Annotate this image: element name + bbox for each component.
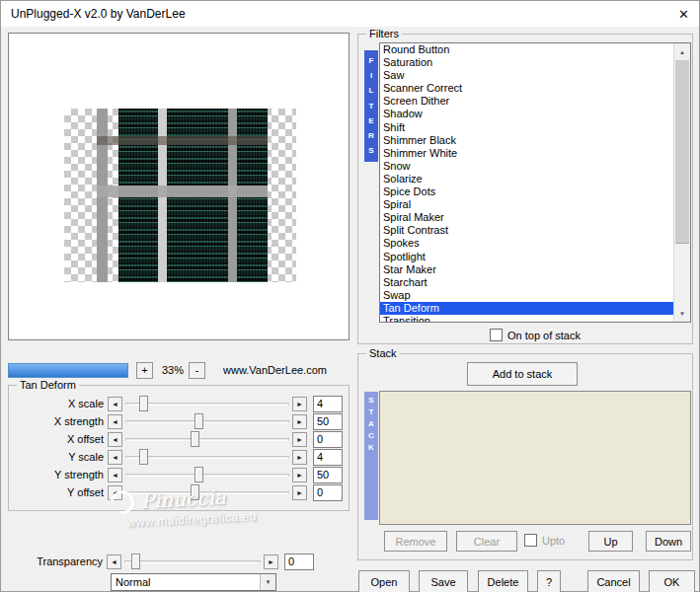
y-offset-value-input[interactable]	[313, 484, 343, 501]
help-button[interactable]: ?	[537, 570, 561, 592]
y-offset-slider[interactable]	[124, 484, 290, 500]
scroll-down-icon[interactable]: ▼	[674, 305, 690, 322]
y-offset-increment-button[interactable]: ►	[292, 485, 307, 500]
transparency-increment-button[interactable]: ►	[264, 555, 278, 569]
filter-item[interactable]: Transition	[380, 315, 673, 323]
param-label: X offset	[13, 433, 104, 445]
cancel-button[interactable]: Cancel	[587, 570, 640, 592]
filter-item[interactable]: Solarize	[380, 173, 673, 185]
param-row-x-strength: X strength◄►	[9, 412, 349, 430]
down-button[interactable]: Down	[646, 531, 691, 552]
preview-panel	[8, 33, 350, 340]
y-scale-value-input[interactable]	[313, 449, 343, 466]
zoom-level: 33%	[159, 364, 187, 376]
filter-item[interactable]: Starchart	[380, 276, 673, 289]
x-scale-slider-thumb[interactable]	[139, 396, 148, 411]
slider-groove	[125, 438, 289, 441]
filters-group: Filters FILTERS Round ButtonSaturationSa…	[357, 34, 693, 344]
y-scale-slider-thumb[interactable]	[139, 449, 148, 465]
filter-item[interactable]: Split Contrast	[380, 224, 673, 237]
stack-vertical-label: STACK	[364, 392, 378, 520]
save-button[interactable]: Save	[419, 570, 468, 592]
filter-item[interactable]: Spice Dots	[380, 185, 673, 198]
filter-item[interactable]: Shadow	[380, 108, 673, 120]
filter-item[interactable]: Saturation	[380, 56, 673, 69]
preview-image[interactable]	[64, 109, 296, 282]
upto-label: Upto	[542, 535, 565, 547]
x-offset-value-input[interactable]	[313, 431, 343, 448]
x-scale-increment-button[interactable]: ►	[292, 397, 307, 411]
filter-item[interactable]: Tan Deform	[380, 302, 673, 315]
x-strength-decrement-button[interactable]: ◄	[108, 414, 122, 429]
filters-vertical-label: FILTERS	[364, 50, 378, 162]
x-scale-decrement-button[interactable]: ◄	[108, 397, 122, 411]
slider-groove	[125, 474, 289, 477]
transparency-slider[interactable]	[123, 554, 262, 569]
y-strength-increment-button[interactable]: ►	[292, 468, 307, 482]
remove-button[interactable]: Remove	[384, 531, 447, 552]
y-strength-value-input[interactable]	[313, 467, 343, 483]
filter-item[interactable]: Spokes	[380, 237, 673, 250]
filter-item[interactable]: Spiral	[380, 198, 673, 211]
add-to-stack-button[interactable]: Add to stack	[467, 362, 578, 386]
scrollbar-thumb[interactable]	[675, 60, 689, 244]
x-strength-slider-thumb[interactable]	[194, 413, 203, 429]
zoom-in-button[interactable]: +	[136, 362, 153, 379]
filter-item[interactable]: Spotlight	[380, 251, 673, 263]
filter-item[interactable]: Saw	[380, 69, 673, 82]
filter-item[interactable]: Spiral Maker	[380, 211, 673, 224]
filter-item[interactable]: Scanner Correct	[380, 82, 673, 95]
scroll-up-icon[interactable]: ▲	[674, 43, 690, 60]
x-offset-increment-button[interactable]: ►	[292, 432, 307, 447]
filters-group-label: Filters	[366, 27, 402, 40]
up-button[interactable]: Up	[588, 531, 633, 552]
x-strength-slider[interactable]	[124, 413, 290, 429]
y-scale-decrement-button[interactable]: ◄	[108, 450, 122, 465]
on-top-of-stack-checkbox[interactable]	[490, 329, 503, 341]
open-button[interactable]: Open	[358, 570, 410, 592]
website-link[interactable]: www.VanDerLee.com	[223, 364, 327, 376]
y-strength-slider[interactable]	[124, 467, 290, 482]
x-offset-slider-thumb[interactable]	[191, 431, 199, 447]
y-strength-decrement-button[interactable]: ◄	[108, 468, 122, 482]
filter-item[interactable]: Screen Dither	[380, 95, 673, 108]
x-offset-slider[interactable]	[124, 431, 290, 447]
zoom-out-button[interactable]: -	[189, 362, 205, 379]
filter-item[interactable]: Shift	[380, 121, 673, 134]
ok-button[interactable]: OK	[649, 570, 695, 592]
chevron-down-icon[interactable]: ▼	[260, 574, 275, 590]
close-icon[interactable]: ✕	[678, 7, 689, 22]
x-scale-value-input[interactable]	[313, 396, 343, 412]
filter-item[interactable]: Star Maker	[380, 263, 673, 276]
stack-list[interactable]	[379, 391, 691, 525]
upto-row: Upto	[524, 534, 565, 547]
transparency-value-input[interactable]	[284, 554, 314, 570]
x-scale-slider[interactable]	[124, 396, 290, 411]
y-strength-slider-thumb[interactable]	[194, 467, 203, 482]
clear-button[interactable]: Clear	[456, 531, 517, 552]
filter-item[interactable]: Round Button	[380, 43, 673, 56]
filters-scrollbar[interactable]: ▲ ▼	[673, 43, 690, 322]
transparency-slider-thumb[interactable]	[131, 554, 140, 569]
filter-item[interactable]: Shimmer White	[380, 147, 673, 160]
param-row-y-offset: Y offset◄►	[9, 483, 349, 501]
y-scale-increment-button[interactable]: ►	[292, 450, 307, 465]
blend-mode-select[interactable]: Normal ▼	[111, 573, 276, 591]
param-row-x-offset: X offset◄►	[9, 430, 349, 448]
y-offset-decrement-button[interactable]: ◄	[108, 485, 122, 500]
watermark-site: www.maidiregrafica.eu	[126, 509, 257, 530]
x-offset-decrement-button[interactable]: ◄	[108, 432, 122, 447]
param-row-y-strength: Y strength◄►	[9, 466, 349, 483]
filter-item[interactable]: Swap	[380, 289, 673, 302]
y-offset-slider-thumb[interactable]	[191, 484, 199, 500]
y-scale-slider[interactable]	[124, 449, 290, 465]
delete-button[interactable]: Delete	[478, 570, 528, 592]
x-strength-value-input[interactable]	[313, 413, 343, 430]
filter-item[interactable]: Shimmer Black	[380, 134, 673, 147]
filter-item[interactable]: Snow	[380, 160, 673, 173]
filters-list[interactable]: Round ButtonSaturationSawScanner Correct…	[379, 42, 691, 323]
x-strength-increment-button[interactable]: ►	[292, 414, 307, 429]
preview-band	[97, 185, 268, 197]
transparency-decrement-button[interactable]: ◄	[107, 555, 121, 569]
upto-checkbox[interactable]	[524, 534, 537, 547]
